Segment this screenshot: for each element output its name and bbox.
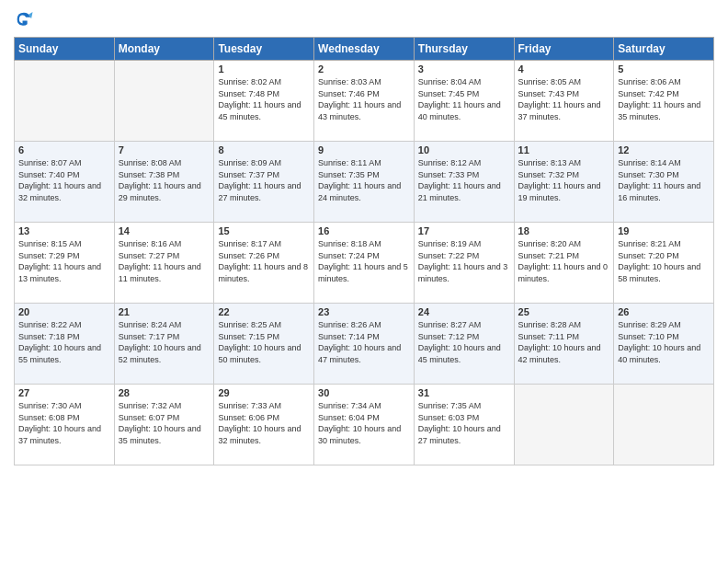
day-number: 27 xyxy=(18,387,110,398)
logo-icon xyxy=(14,9,34,29)
day-number: 21 xyxy=(119,306,210,317)
table-row: 23Sunrise: 8:26 AMSunset: 7:14 PMDayligh… xyxy=(314,304,415,385)
day-info: Sunrise: 8:12 AMSunset: 7:33 PMDaylight:… xyxy=(418,157,510,203)
day-info: Sunrise: 8:03 AMSunset: 7:46 PMDaylight:… xyxy=(318,76,410,122)
day-number: 26 xyxy=(618,306,710,317)
day-info: Sunrise: 8:24 AMSunset: 7:17 PMDaylight:… xyxy=(119,319,210,365)
table-row: 28Sunrise: 7:32 AMSunset: 6:07 PMDayligh… xyxy=(114,385,214,465)
day-info: Sunrise: 8:20 AMSunset: 7:21 PMDaylight:… xyxy=(518,238,610,284)
table-row: 27Sunrise: 7:30 AMSunset: 6:08 PMDayligh… xyxy=(15,385,115,465)
table-row xyxy=(114,61,214,142)
day-info: Sunrise: 8:02 AMSunset: 7:48 PMDaylight:… xyxy=(218,76,310,122)
col-thursday: Thursday xyxy=(414,38,514,61)
day-info: Sunrise: 7:32 AMSunset: 6:07 PMDaylight:… xyxy=(119,400,210,446)
table-row: 20Sunrise: 8:22 AMSunset: 7:18 PMDayligh… xyxy=(15,304,115,385)
day-info: Sunrise: 8:19 AMSunset: 7:22 PMDaylight:… xyxy=(418,238,510,284)
day-number: 31 xyxy=(418,387,510,398)
day-number: 2 xyxy=(318,63,410,75)
day-number: 28 xyxy=(119,387,210,398)
calendar-table: Sunday Monday Tuesday Wednesday Thursday… xyxy=(14,37,714,465)
day-number: 11 xyxy=(518,144,610,155)
day-info: Sunrise: 7:35 AMSunset: 6:03 PMDaylight:… xyxy=(418,400,510,446)
table-row: 6Sunrise: 8:07 AMSunset: 7:40 PMDaylight… xyxy=(15,142,115,223)
day-info: Sunrise: 7:30 AMSunset: 6:08 PMDaylight:… xyxy=(18,400,110,446)
day-number: 7 xyxy=(119,144,210,155)
table-row: 3Sunrise: 8:04 AMSunset: 7:45 PMDaylight… xyxy=(414,61,514,142)
day-info: Sunrise: 8:28 AMSunset: 7:11 PMDaylight:… xyxy=(518,319,610,365)
day-info: Sunrise: 8:06 AMSunset: 7:42 PMDaylight:… xyxy=(618,76,710,122)
day-info: Sunrise: 8:26 AMSunset: 7:14 PMDaylight:… xyxy=(318,319,410,365)
day-info: Sunrise: 8:29 AMSunset: 7:10 PMDaylight:… xyxy=(618,319,710,365)
day-number: 24 xyxy=(418,306,510,317)
day-info: Sunrise: 8:22 AMSunset: 7:18 PMDaylight:… xyxy=(18,319,110,365)
table-row: 4Sunrise: 8:05 AMSunset: 7:43 PMDaylight… xyxy=(514,61,614,142)
day-info: Sunrise: 8:27 AMSunset: 7:12 PMDaylight:… xyxy=(418,319,510,365)
day-number: 1 xyxy=(218,63,310,75)
col-tuesday: Tuesday xyxy=(214,38,314,61)
day-info: Sunrise: 8:07 AMSunset: 7:40 PMDaylight:… xyxy=(18,157,110,203)
day-number: 4 xyxy=(518,63,610,75)
day-number: 18 xyxy=(518,225,610,236)
day-number: 16 xyxy=(318,225,410,236)
table-row: 7Sunrise: 8:08 AMSunset: 7:38 PMDaylight… xyxy=(114,142,214,223)
table-row: 19Sunrise: 8:21 AMSunset: 7:20 PMDayligh… xyxy=(614,223,714,304)
day-info: Sunrise: 8:11 AMSunset: 7:35 PMDaylight:… xyxy=(318,157,410,203)
calendar-header-row: Sunday Monday Tuesday Wednesday Thursday… xyxy=(15,38,714,61)
col-sunday: Sunday xyxy=(15,38,115,61)
day-info: Sunrise: 8:25 AMSunset: 7:15 PMDaylight:… xyxy=(218,319,310,365)
day-number: 6 xyxy=(18,144,110,155)
calendar-week-row: 6Sunrise: 8:07 AMSunset: 7:40 PMDaylight… xyxy=(15,142,714,223)
calendar-week-row: 13Sunrise: 8:15 AMSunset: 7:29 PMDayligh… xyxy=(15,223,714,304)
day-info: Sunrise: 8:13 AMSunset: 7:32 PMDaylight:… xyxy=(518,157,610,203)
table-row: 9Sunrise: 8:11 AMSunset: 7:35 PMDaylight… xyxy=(314,142,415,223)
table-row: 18Sunrise: 8:20 AMSunset: 7:21 PMDayligh… xyxy=(514,223,614,304)
day-number: 9 xyxy=(318,144,410,155)
day-info: Sunrise: 7:34 AMSunset: 6:04 PMDaylight:… xyxy=(318,400,410,446)
table-row: 21Sunrise: 8:24 AMSunset: 7:17 PMDayligh… xyxy=(114,304,214,385)
table-row: 1Sunrise: 8:02 AMSunset: 7:48 PMDaylight… xyxy=(214,61,314,142)
header xyxy=(14,9,714,29)
table-row: 11Sunrise: 8:13 AMSunset: 7:32 PMDayligh… xyxy=(514,142,614,223)
table-row: 15Sunrise: 8:17 AMSunset: 7:26 PMDayligh… xyxy=(214,223,314,304)
page: Sunday Monday Tuesday Wednesday Thursday… xyxy=(0,0,728,563)
table-row: 12Sunrise: 8:14 AMSunset: 7:30 PMDayligh… xyxy=(614,142,714,223)
day-info: Sunrise: 8:21 AMSunset: 7:20 PMDaylight:… xyxy=(618,238,710,284)
table-row: 26Sunrise: 8:29 AMSunset: 7:10 PMDayligh… xyxy=(614,304,714,385)
day-number: 3 xyxy=(418,63,510,75)
day-number: 12 xyxy=(618,144,710,155)
day-info: Sunrise: 8:08 AMSunset: 7:38 PMDaylight:… xyxy=(119,157,210,203)
day-number: 30 xyxy=(318,387,410,398)
table-row: 17Sunrise: 8:19 AMSunset: 7:22 PMDayligh… xyxy=(414,223,514,304)
day-number: 20 xyxy=(18,306,110,317)
day-info: Sunrise: 8:17 AMSunset: 7:26 PMDaylight:… xyxy=(218,238,310,284)
day-number: 8 xyxy=(218,144,310,155)
day-info: Sunrise: 8:05 AMSunset: 7:43 PMDaylight:… xyxy=(518,76,610,122)
day-number: 29 xyxy=(218,387,310,398)
day-info: Sunrise: 8:18 AMSunset: 7:24 PMDaylight:… xyxy=(318,238,410,284)
day-number: 25 xyxy=(518,306,610,317)
day-number: 5 xyxy=(618,63,710,75)
col-saturday: Saturday xyxy=(614,38,714,61)
table-row: 25Sunrise: 8:28 AMSunset: 7:11 PMDayligh… xyxy=(514,304,614,385)
table-row: 31Sunrise: 7:35 AMSunset: 6:03 PMDayligh… xyxy=(414,385,514,465)
day-info: Sunrise: 8:09 AMSunset: 7:37 PMDaylight:… xyxy=(218,157,310,203)
day-info: Sunrise: 8:16 AMSunset: 7:27 PMDaylight:… xyxy=(119,238,210,284)
table-row: 13Sunrise: 8:15 AMSunset: 7:29 PMDayligh… xyxy=(15,223,115,304)
day-info: Sunrise: 8:04 AMSunset: 7:45 PMDaylight:… xyxy=(418,76,510,122)
table-row: 30Sunrise: 7:34 AMSunset: 6:04 PMDayligh… xyxy=(314,385,415,465)
table-row: 22Sunrise: 8:25 AMSunset: 7:15 PMDayligh… xyxy=(214,304,314,385)
day-number: 15 xyxy=(218,225,310,236)
col-monday: Monday xyxy=(114,38,214,61)
day-info: Sunrise: 8:14 AMSunset: 7:30 PMDaylight:… xyxy=(618,157,710,203)
table-row: 5Sunrise: 8:06 AMSunset: 7:42 PMDaylight… xyxy=(614,61,714,142)
table-row: 29Sunrise: 7:33 AMSunset: 6:06 PMDayligh… xyxy=(214,385,314,465)
calendar-week-row: 1Sunrise: 8:02 AMSunset: 7:48 PMDaylight… xyxy=(15,61,714,142)
day-info: Sunrise: 8:15 AMSunset: 7:29 PMDaylight:… xyxy=(18,238,110,284)
table-row: 16Sunrise: 8:18 AMSunset: 7:24 PMDayligh… xyxy=(314,223,415,304)
table-row xyxy=(614,385,714,465)
day-number: 23 xyxy=(318,306,410,317)
day-number: 13 xyxy=(18,225,110,236)
calendar-week-row: 20Sunrise: 8:22 AMSunset: 7:18 PMDayligh… xyxy=(15,304,714,385)
calendar-week-row: 27Sunrise: 7:30 AMSunset: 6:08 PMDayligh… xyxy=(15,385,714,465)
day-number: 19 xyxy=(618,225,710,236)
